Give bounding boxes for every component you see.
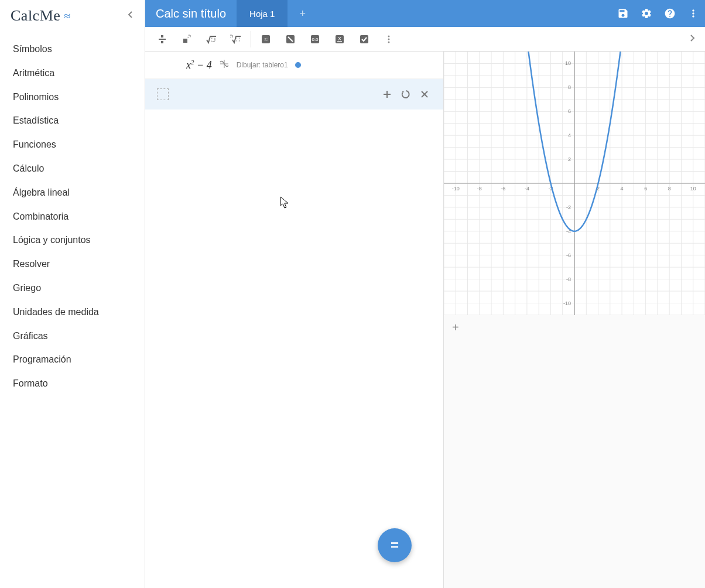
plot-icon — [219, 59, 230, 71]
svg-text:-8: -8 — [566, 276, 571, 282]
svg-text:6: 6 — [644, 186, 647, 192]
svg-text:-8: -8 — [477, 186, 482, 192]
exponent-tool[interactable] — [174, 27, 199, 52]
titlebar: Calc sin título Hoja 1 + — [145, 0, 705, 27]
fraction-tool[interactable] — [150, 27, 174, 52]
sidebar-item[interactable]: Cálculo — [0, 157, 145, 181]
svg-text:0.0: 0.0 — [312, 37, 319, 42]
series-color-dot — [295, 62, 301, 68]
svg-rect-5 — [211, 38, 215, 42]
svg-rect-16 — [360, 35, 368, 43]
sidebar-item[interactable]: Unidades de medida — [0, 300, 145, 324]
svg-text:8: 8 — [668, 186, 671, 192]
svg-point-17 — [388, 35, 390, 37]
refresh-button[interactable] — [396, 85, 415, 104]
svg-rect-15 — [337, 41, 342, 42]
sidebar-item[interactable]: Gráficas — [0, 324, 145, 348]
decimal-tool[interactable]: 0.0 — [303, 27, 327, 52]
expression-pane: x2 − 4 Dibujar: tablero1 — [145, 52, 444, 588]
close-row-button[interactable] — [415, 85, 434, 104]
active-input-row[interactable] — [145, 79, 443, 110]
svg-rect-1 — [159, 39, 166, 40]
sidebar-item[interactable]: Griego — [0, 276, 145, 300]
settings-button[interactable] — [635, 0, 658, 27]
svg-rect-6 — [230, 35, 232, 37]
sidebar-item[interactable]: Aritmética — [0, 61, 145, 86]
svg-rect-2 — [161, 41, 163, 43]
help-button[interactable] — [658, 0, 682, 27]
svg-text:-4: -4 — [525, 186, 529, 192]
logo-squiggle-icon: ≈ — [64, 9, 70, 23]
svg-text:-6: -6 — [566, 252, 571, 258]
svg-text:8: 8 — [568, 84, 571, 90]
sidebar-item[interactable]: Programación — [0, 348, 145, 372]
svg-text:10: 10 — [690, 186, 696, 192]
svg-text:≈: ≈ — [264, 36, 268, 43]
svg-rect-7 — [237, 38, 239, 41]
math-input-placeholder[interactable] — [157, 88, 169, 100]
svg-rect-0 — [161, 35, 163, 37]
graph-pane: -10-8-6-4-2246810-10-8-6-4-2246810 + — [444, 52, 705, 588]
toolbar: ≈ 0.0 X — [145, 27, 705, 52]
toolbar-overflow-button[interactable] — [377, 27, 401, 52]
svg-text:4: 4 — [568, 132, 571, 138]
nroot-tool[interactable] — [224, 27, 248, 52]
sidebar-item[interactable]: Símbolos — [0, 37, 145, 61]
svg-text:X: X — [338, 36, 341, 42]
more-menu-button[interactable] — [682, 0, 705, 27]
app-logo: CalcMe ≈ — [11, 7, 71, 25]
svg-text:-10: -10 — [452, 186, 460, 192]
check-tool[interactable] — [352, 27, 377, 52]
plot-label: Dibujar: tablero1 — [237, 61, 288, 69]
sheet-tab[interactable]: Hoja 1 — [237, 0, 288, 27]
svg-point-19 — [388, 41, 390, 43]
sidebar-item[interactable]: Álgebra lineal — [0, 181, 145, 205]
sidebar-item[interactable]: Combinatoria — [0, 205, 145, 229]
approx-tool[interactable]: ≈ — [254, 27, 278, 52]
calculate-fab[interactable]: = — [378, 528, 412, 562]
sidebar-item[interactable]: Resolver — [0, 252, 145, 276]
sidebar-item[interactable]: Lógica y conjuntos — [0, 228, 145, 252]
add-action-button[interactable] — [378, 85, 396, 104]
sidebar-collapse-button[interactable] — [125, 8, 135, 23]
sidebar-item[interactable]: Estadística — [0, 109, 145, 133]
svg-text:10: 10 — [565, 60, 571, 66]
sidebar-item[interactable]: Polinomios — [0, 86, 145, 110]
expression-formula: x2 − 4 — [186, 59, 212, 71]
graph-canvas[interactable]: -10-8-6-4-2246810-10-8-6-4-2246810 — [444, 52, 705, 315]
svg-rect-3 — [183, 39, 187, 43]
sidebar-item[interactable]: Funciones — [0, 133, 145, 157]
svg-point-18 — [388, 38, 390, 40]
svg-text:-6: -6 — [501, 186, 505, 192]
sidebar-nav: SímbolosAritméticaPolinomiosEstadísticaF… — [0, 29, 145, 404]
document-title[interactable]: Calc sin título — [145, 0, 237, 27]
svg-rect-4 — [188, 35, 190, 37]
svg-text:-2: -2 — [566, 204, 571, 210]
toolbar-next-button[interactable] — [685, 29, 700, 49]
svg-text:4: 4 — [621, 186, 624, 192]
add-graph-button[interactable]: + — [444, 315, 705, 340]
round-tool[interactable]: X — [327, 27, 352, 52]
sidebar-item[interactable]: Formato — [0, 372, 145, 396]
save-button[interactable] — [611, 0, 635, 27]
add-tab-button[interactable]: + — [288, 0, 317, 27]
svg-text:2: 2 — [568, 156, 571, 162]
expression-row[interactable]: x2 − 4 Dibujar: tablero1 — [145, 52, 443, 79]
sidebar: CalcMe ≈ SímbolosAritméticaPolinomiosEst… — [0, 0, 145, 588]
svg-text:6: 6 — [568, 108, 571, 114]
svg-text:-10: -10 — [563, 300, 571, 306]
sqrt-tool[interactable] — [199, 27, 224, 52]
negate-tool[interactable] — [278, 27, 303, 52]
